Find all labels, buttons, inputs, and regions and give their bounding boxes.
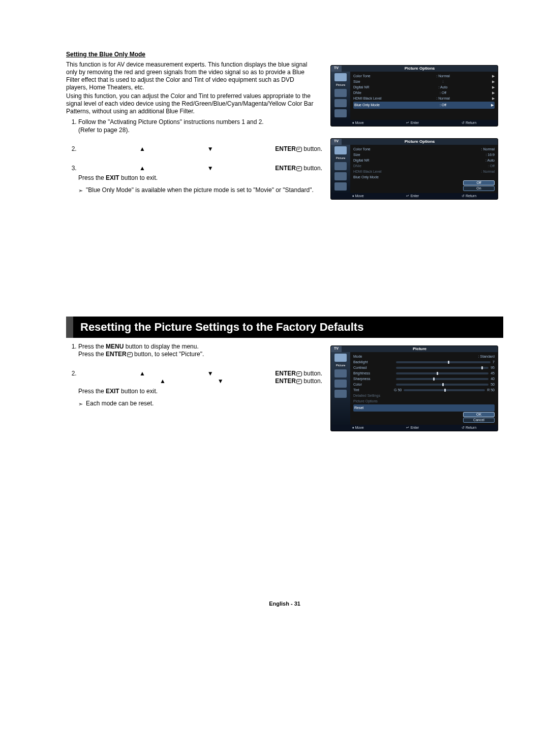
enter-icon: ↵ xyxy=(296,371,302,376)
step-3-placeholder-b: ▼ xyxy=(207,165,214,173)
reset-step2-enter-2: ENTER↵ button. xyxy=(275,377,322,386)
osd-slider-row: Color50 xyxy=(353,382,495,387)
osd2-tab: TV xyxy=(331,139,342,145)
button-word: button. xyxy=(302,145,322,152)
reset-step2-ph-d: ▼ xyxy=(218,377,224,386)
osd3-content: Mode: StandardBacklight7Contrast95Bright… xyxy=(350,352,498,425)
sidebar-icon xyxy=(334,89,347,97)
note-arrow-icon: ➣ xyxy=(78,187,83,195)
enter-label-4: ENTER xyxy=(275,370,296,377)
osd2-sidebar: Picture xyxy=(331,145,350,193)
footer-return: ↺ Return xyxy=(462,194,476,198)
page-footer: English - 31 xyxy=(66,601,503,607)
osd-row: Digital NR: Auto▶ xyxy=(353,85,495,90)
note-text: "Blue Only Mode" is available when the p… xyxy=(86,186,314,195)
enter-label-5: ENTER xyxy=(275,377,296,385)
sidebar-picture-icon xyxy=(334,73,347,81)
sidebar-icon xyxy=(334,162,347,170)
section-title-reset: Resetting the Picture Settings to the Fa… xyxy=(66,317,503,338)
enter-label: ENTER xyxy=(275,145,296,152)
step-1-text-a: Follow the "Activating Picture Options" … xyxy=(78,118,264,125)
step-2-enter: ENTER↵ button. xyxy=(275,145,322,153)
osd-row: HDMI Black Level: Normal▶ xyxy=(353,96,495,101)
footer-return: ↺ Return xyxy=(462,121,476,125)
option-box: Off xyxy=(463,180,495,185)
sidebar-icon xyxy=(334,109,347,117)
osd-slider-row: Brightness45 xyxy=(353,371,495,376)
osd-row: Size: ▶ xyxy=(353,79,495,84)
osd-row: Size: 16:9 xyxy=(353,152,495,158)
osd-row: Color Tone: Normal▶ xyxy=(353,74,495,79)
osd-screenshot-3: TV Picture Picture Mode: StandardBacklig… xyxy=(330,345,498,431)
step-3-placeholder-a: ▲ xyxy=(139,165,145,173)
button-word-2: button. xyxy=(302,165,322,172)
sidebar-icon xyxy=(334,172,347,180)
press-exit-post: button to exit. xyxy=(119,174,158,181)
steps-list-reset: Press the MENU button to display the men… xyxy=(66,343,327,408)
footer-move: ♦ Move xyxy=(352,194,364,198)
footer-move: ♦ Move xyxy=(352,426,364,430)
reset-step-2: ▲ ▼ ENTER↵ button. ▲ ▼ ENTER↵ button. Pr… xyxy=(78,370,327,407)
osd-row: Color Tone: Normal xyxy=(353,147,495,152)
osd-row: Digital NR: Auto xyxy=(353,158,495,163)
osd3-sidebar-label: Picture xyxy=(336,364,346,367)
section-heading-blue-only: Setting the Blue Only Mode xyxy=(66,51,503,58)
reset-note-text: Each mode can be reset. xyxy=(86,400,154,408)
enter-icon: ↵ xyxy=(296,147,302,152)
reset-step1-a: Press the xyxy=(78,343,106,350)
sidebar-picture-icon xyxy=(334,146,347,154)
press-exit-row: Press the EXIT button to exit. xyxy=(78,174,327,182)
step-2: ▲ ▼ ENTER↵ button. xyxy=(78,145,327,153)
enter-label-2: ENTER xyxy=(275,165,296,172)
footer-enter: ↵ Enter xyxy=(406,426,419,430)
option-box: OK xyxy=(463,412,495,417)
osd2-sidebar-label: Picture xyxy=(336,156,346,160)
step-1-text-b: (Refer to page 28). xyxy=(78,127,130,134)
step-2-placeholder-b: ▼ xyxy=(207,145,214,153)
reset-step1-c: Press the xyxy=(78,351,106,358)
button-word-4: button. xyxy=(302,377,322,385)
osd-slider-row: Sharpness40 xyxy=(353,376,495,382)
note-arrow-icon: ➣ xyxy=(78,400,83,408)
reset-step1-d: button, to select "Picture". xyxy=(133,351,204,358)
sidebar-icon xyxy=(334,182,347,191)
reset-step2-ph-c: ▲ xyxy=(160,377,166,386)
steps-list-blue-only: Follow the "Activating Picture Options" … xyxy=(66,118,327,195)
reset-note-row: ➣ Each mode can be reset. xyxy=(78,400,322,408)
footer-enter: ↵ Enter xyxy=(406,194,419,198)
osd3-tab: TV xyxy=(331,346,342,352)
sidebar-icon xyxy=(334,369,347,377)
osd2-content: Color Tone: NormalSize: 16:9Digital NR: … xyxy=(350,145,498,193)
osd-screenshot-1: TV Picture Options Picture Color Tone: N… xyxy=(330,65,498,127)
enter-icon: ↵ xyxy=(296,379,302,384)
osd3-title: Picture xyxy=(342,346,498,352)
reset-step2-enter-1: ENTER↵ button. xyxy=(275,370,322,378)
osd-row: DNIe: Off▶ xyxy=(353,90,495,96)
option-box: On xyxy=(463,186,495,191)
osd1-footer: ♦ Move ↵ Enter ↺ Return xyxy=(331,120,498,126)
footer-return: ↺ Return xyxy=(462,426,476,430)
reset-exit-pre: Press the xyxy=(78,388,106,395)
osd3-sidebar: Picture xyxy=(331,352,350,425)
osd1-tab: TV xyxy=(331,66,342,72)
osd-row: Blue Only Mode xyxy=(353,175,495,180)
intro-paragraph-1: This function is for AV device measureme… xyxy=(66,61,315,91)
sidebar-icon xyxy=(334,390,347,398)
reset-step-1: Press the MENU button to display the men… xyxy=(78,343,327,359)
menu-bold: MENU xyxy=(106,343,124,350)
button-word-3: button. xyxy=(302,370,322,377)
osd-slider-row: Contrast95 xyxy=(353,365,495,370)
sidebar-icon xyxy=(334,380,347,388)
osd2-title: Picture Options xyxy=(342,139,498,145)
reset-exit-bold: EXIT xyxy=(106,388,119,395)
sidebar-icon xyxy=(334,99,347,107)
option-box: Cancel xyxy=(463,418,495,423)
sidebar-picture-icon xyxy=(334,354,347,362)
osd2-footer: ♦ Move ↵ Enter ↺ Return xyxy=(331,193,498,199)
press-exit-pre: Press the xyxy=(78,174,106,181)
osd-row: HDMI Black Level: Normal xyxy=(353,169,495,174)
reset-step1-b: button to display the menu. xyxy=(124,343,198,350)
step-2-placeholder-a: ▲ xyxy=(139,145,145,153)
step-1: Follow the "Activating Picture Options" … xyxy=(78,118,327,134)
step-3: ▲ ▼ ENTER↵ button. Press the EXIT button… xyxy=(78,165,327,195)
